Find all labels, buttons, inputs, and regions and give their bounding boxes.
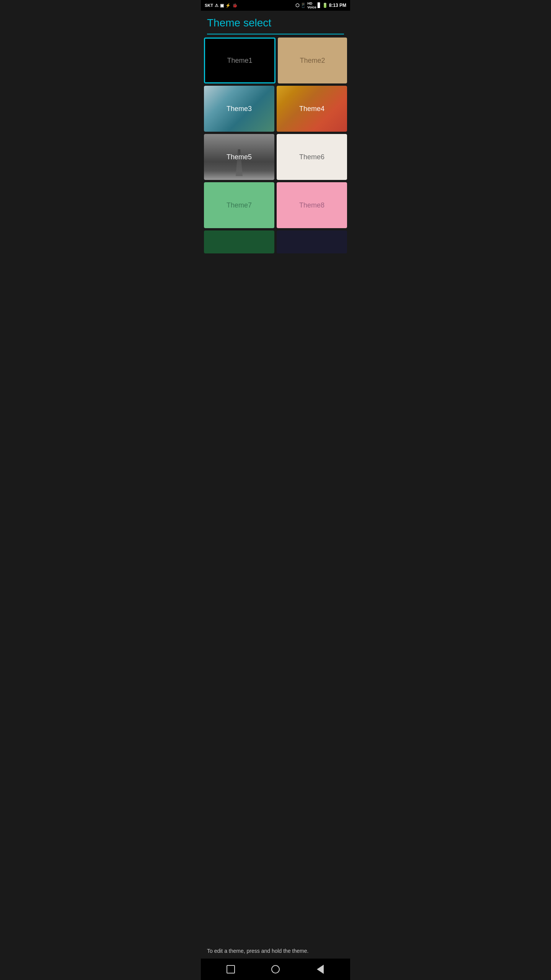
themes-row-1: Theme1 Theme2	[204, 38, 347, 83]
usb-icon: ⚡	[225, 3, 231, 8]
status-left: SKT ⚠ ▣ ⚡ 🐞	[205, 3, 238, 8]
signal-icon: ▋	[318, 3, 321, 8]
themes-row-3: Theme5 Theme6	[204, 134, 347, 180]
home-icon	[271, 965, 280, 973]
home-button[interactable]	[268, 962, 283, 977]
theme-item-2[interactable]: Theme2	[278, 38, 347, 83]
themes-container: Theme1 Theme2 Theme3 Theme4 Theme5 Theme…	[201, 34, 350, 943]
bug-icon: 🐞	[232, 3, 238, 8]
page-title: Theme select	[207, 17, 344, 34]
theme7-label: Theme7	[227, 201, 252, 209]
theme-item-3[interactable]: Theme3	[204, 86, 274, 132]
back-icon	[317, 965, 324, 974]
back-button[interactable]	[313, 962, 328, 977]
theme-item-6[interactable]: Theme6	[277, 134, 347, 180]
themes-row-5	[204, 230, 347, 253]
hint-text: To edit a theme, press and hold the them…	[207, 948, 308, 954]
phone-icon: 📱	[300, 3, 306, 8]
themes-row-2: Theme3 Theme4	[204, 86, 347, 132]
bluetooth-icon: ⬡	[295, 3, 299, 8]
hd-voice-label: HDVoice	[307, 2, 316, 9]
theme-item-8[interactable]: Theme8	[277, 182, 347, 228]
theme-item-5[interactable]: Theme5	[204, 134, 274, 180]
theme-item-4[interactable]: Theme4	[277, 86, 347, 132]
theme8-label: Theme8	[299, 201, 324, 209]
theme-item-10[interactable]	[277, 230, 347, 253]
status-right: ⬡ 📱 HDVoice ▋ 🔋 8:13 PM	[295, 2, 346, 9]
nav-bar	[201, 959, 350, 980]
status-bar: SKT ⚠ ▣ ⚡ 🐞 ⬡ 📱 HDVoice ▋ 🔋 8:13 PM	[201, 0, 350, 11]
themes-row-4: Theme7 Theme8	[204, 182, 347, 228]
theme-item-9[interactable]	[204, 230, 274, 253]
theme4-label: Theme4	[299, 105, 324, 113]
battery-icon: 🔋	[322, 3, 328, 8]
recent-apps-icon	[227, 965, 235, 973]
carrier-label: SKT	[205, 3, 213, 8]
header: Theme select	[201, 11, 350, 34]
theme6-label: Theme6	[299, 153, 324, 161]
warning-icon: ⚠	[215, 3, 218, 8]
footer-hint: To edit a theme, press and hold the them…	[201, 943, 350, 959]
theme2-label: Theme2	[300, 57, 325, 65]
theme-item-7[interactable]: Theme7	[204, 182, 274, 228]
time-label: 8:13 PM	[329, 3, 346, 8]
theme-item-1[interactable]: Theme1	[204, 38, 276, 83]
screen-icon: ▣	[220, 3, 224, 8]
recent-apps-button[interactable]	[223, 962, 238, 977]
theme5-label: Theme5	[227, 153, 252, 161]
theme3-label: Theme3	[227, 105, 252, 113]
theme1-label: Theme1	[227, 57, 252, 65]
